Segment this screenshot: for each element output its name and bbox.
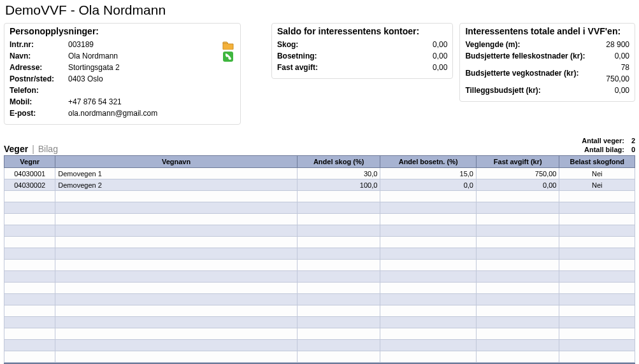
tab-separator: | bbox=[32, 144, 34, 154]
th-vegnavn[interactable]: Vegnavn bbox=[55, 156, 298, 168]
person-panel: Personopplysninger: Intr.nr: 003189 Navn… bbox=[4, 23, 241, 125]
table-row-empty[interactable] bbox=[4, 202, 635, 214]
table-row-empty[interactable] bbox=[4, 260, 635, 271]
phone-icon[interactable] bbox=[221, 50, 235, 62]
count-veger-value: 2 bbox=[626, 136, 635, 145]
table-row-empty[interactable] bbox=[4, 214, 635, 225]
label-vegkost: Budsjetterte vegkostnader (kr): bbox=[465, 67, 599, 79]
cell-avgift[interactable]: 750,00 bbox=[476, 168, 559, 179]
table-row-empty[interactable] bbox=[4, 328, 635, 340]
label-telefon: Telefon: bbox=[10, 85, 68, 96]
value-tillegg: 0,00 bbox=[599, 85, 629, 96]
cell-belast[interactable]: Nei bbox=[559, 168, 635, 179]
cell-vegnavn[interactable]: Demovegen 2 bbox=[55, 179, 298, 191]
value-bosetning: 0,00 bbox=[341, 50, 447, 62]
th-skog[interactable]: Andel skog (%) bbox=[297, 156, 380, 168]
table-row[interactable]: 04030002Demovegen 2100,00,00,00Nei bbox=[4, 179, 635, 191]
label-intrnr: Intr.nr: bbox=[10, 39, 68, 50]
value-fast: 0,00 bbox=[341, 62, 447, 73]
label-adresse: Adresse: bbox=[10, 62, 68, 73]
value-adresse: Stortingsgata 2 bbox=[68, 62, 235, 73]
th-bosetn[interactable]: Andel bosetn. (%) bbox=[380, 156, 477, 168]
value-veglengde: 28 900 bbox=[599, 39, 629, 50]
table-row[interactable]: 04030001Demovegen 130,015,0750,00Nei bbox=[4, 168, 635, 179]
value-epost: ola.nordmann@gmail.com bbox=[68, 108, 235, 119]
folder-icon[interactable] bbox=[221, 39, 235, 50]
info-panels: Personopplysninger: Intr.nr: 003189 Navn… bbox=[4, 23, 635, 125]
cell-belast[interactable]: Nei bbox=[559, 179, 635, 191]
cell-vegnavn[interactable]: Demovegen 1 bbox=[55, 168, 298, 179]
totale-panel: Interessentens totale andel i VVF'en: Ve… bbox=[459, 23, 635, 102]
th-avgift[interactable]: Fast avgift (kr) bbox=[476, 156, 559, 168]
saldo-panel: Saldo for interessentens kontoer: Skog: … bbox=[271, 23, 453, 79]
cell-vegnr[interactable]: 04030002 bbox=[4, 179, 55, 191]
table-row-empty[interactable] bbox=[4, 305, 635, 317]
label-skog: Skog: bbox=[277, 39, 341, 50]
tab-veger[interactable]: Veger bbox=[4, 144, 28, 154]
value-vegkost: 78 750,00 bbox=[599, 62, 629, 85]
saldo-heading: Saldo for interessentens kontoer: bbox=[277, 26, 447, 36]
th-vegnr[interactable]: Vegnr bbox=[4, 156, 55, 168]
page-title: DemoVVF - Ola Nordmann bbox=[5, 3, 635, 18]
label-poststed: Postnr/sted: bbox=[10, 73, 68, 85]
cell-avgift[interactable]: 0,00 bbox=[476, 179, 559, 191]
value-felles: 0,00 bbox=[599, 50, 629, 62]
cell-bosetn[interactable]: 0,0 bbox=[380, 179, 477, 191]
label-tillegg: Tilleggsbudsjett (kr): bbox=[465, 85, 599, 96]
veger-table[interactable]: Vegnr Vegnavn Andel skog (%) Andel boset… bbox=[4, 155, 635, 363]
label-epost: E-post: bbox=[10, 108, 68, 119]
table-row-empty[interactable] bbox=[4, 351, 635, 363]
value-poststed: 0403 Oslo bbox=[68, 73, 235, 85]
value-intrnr: 003189 bbox=[68, 39, 221, 50]
table-row-empty[interactable] bbox=[4, 271, 635, 283]
tab-line: Veger | Bilag Antall veger: 2 Antall bil… bbox=[4, 136, 635, 154]
value-navn: Ola Nordmann bbox=[68, 50, 221, 62]
label-navn: Navn: bbox=[10, 50, 68, 62]
table-row-empty[interactable] bbox=[4, 237, 635, 248]
tab-bilag[interactable]: Bilag bbox=[38, 144, 58, 154]
table-row-empty[interactable] bbox=[4, 191, 635, 202]
label-felles: Budsjetterte felleskostnader (kr): bbox=[465, 50, 599, 62]
table-row-empty[interactable] bbox=[4, 248, 635, 260]
label-fast: Fast avgift: bbox=[277, 62, 341, 73]
table-row-empty[interactable] bbox=[4, 317, 635, 328]
table-row-empty[interactable] bbox=[4, 294, 635, 305]
table-row-empty[interactable] bbox=[4, 283, 635, 294]
cell-skog[interactable]: 100,0 bbox=[297, 179, 380, 191]
cell-vegnr[interactable]: 04030001 bbox=[4, 168, 55, 179]
cell-bosetn[interactable]: 15,0 bbox=[380, 168, 477, 179]
label-mobil: Mobil: bbox=[10, 96, 68, 108]
count-bilag-value: 0 bbox=[626, 145, 635, 154]
table-header-row: Vegnr Vegnavn Andel skog (%) Andel boset… bbox=[4, 156, 635, 168]
table-row-empty[interactable] bbox=[4, 225, 635, 237]
table-row-empty[interactable] bbox=[4, 340, 635, 351]
label-veglengde: Veglengde (m): bbox=[465, 39, 599, 50]
label-bosetning: Bosetning: bbox=[277, 50, 341, 62]
count-bilag-label: Antall bilag: bbox=[584, 146, 624, 153]
person-heading: Personopplysninger: bbox=[10, 26, 235, 36]
counts: Antall veger: 2 Antall bilag: 0 bbox=[582, 136, 635, 154]
cell-skog[interactable]: 30,0 bbox=[297, 168, 380, 179]
th-belast[interactable]: Belast skogfond bbox=[559, 156, 635, 168]
totale-heading: Interessentens totale andel i VVF'en: bbox=[465, 26, 629, 36]
value-skog: 0,00 bbox=[341, 39, 447, 50]
count-veger-label: Antall veger: bbox=[582, 137, 624, 144]
value-mobil: +47 876 54 321 bbox=[68, 96, 235, 108]
